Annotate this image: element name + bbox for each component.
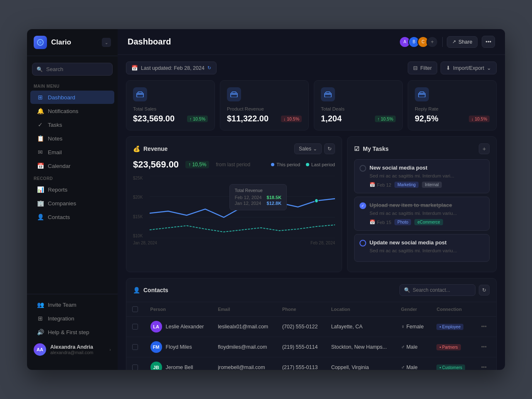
stat-label-0: Total Sales (133, 106, 208, 111)
contacts-table-wrap: Person Email Phone Location Gender Conne… (126, 302, 496, 370)
task-title-0: New social media post (369, 165, 484, 171)
stats-grid: Total Sales $23,569.00 ↑ 10.5% Product R… (126, 80, 497, 131)
stat-row-3: 92,5% ↓ 10.5% (415, 114, 490, 123)
gender-icon-1: ♂ (401, 344, 405, 350)
search-box[interactable]: 🔍 ⌘ K (32, 63, 113, 76)
stat-badge-0: ↑ 10.5% (187, 116, 208, 122)
tasks-check-icon: ☑ (354, 145, 360, 152)
chart-container: $25K $20K $15K $10K (133, 176, 335, 238)
contact-phone-1: (219) 555-0114 (276, 337, 325, 357)
contact-connection-2: • Customers (431, 357, 472, 370)
chart-legend: This period Last period (271, 162, 335, 167)
stat-row-0: $23,569.00 ↑ 10.5% (133, 114, 208, 123)
integration-icon: ⊞ (37, 315, 44, 322)
sidebar-logo: Clario ⌄ (27, 36, 118, 56)
th-email: Email (212, 302, 276, 317)
sidebar-item-contacts[interactable]: 👤 Contacts (30, 210, 114, 224)
chart-meta: $23,569.00 ↑ 10,5% from last period This… (133, 159, 335, 170)
contact-location-1: Stockton, New Hamps... (325, 337, 395, 357)
task-checkbox-0[interactable] (360, 165, 366, 172)
content-area: 📅 Last updated: Feb 28, 2024 ↻ ⊟ Filter … (118, 55, 505, 370)
avatar-add-button[interactable]: + (426, 36, 438, 48)
contact-connection-0: • Employee (431, 317, 472, 337)
add-task-button[interactable]: + (479, 143, 490, 154)
contact-name-2: Jerome Bell (166, 365, 193, 370)
chart-svg-area: Total Revenue Feb 12, 2024 $18.5K Jan 12… (150, 176, 335, 238)
stat-label-1: Product Revenue (227, 106, 302, 111)
row-more-button-1[interactable]: ••• (478, 343, 490, 351)
filter-button[interactable]: ⊟ Filter (408, 62, 437, 74)
sidebar-item-invite-team[interactable]: 👥 Invite Team (30, 298, 114, 311)
search-input[interactable] (46, 66, 116, 72)
task-item-2: Update new social media post Sed mi ac a… (354, 234, 490, 262)
contact-gender-0: ♀ Female (395, 317, 431, 337)
sidebar-item-notes[interactable]: 📋 Notes (30, 132, 114, 145)
contacts-table: Person Email Phone Location Gender Conne… (126, 302, 496, 370)
contacts-card-header: 👤 Contacts 🔍 ↻ (126, 278, 496, 302)
row-more-button-0[interactable]: ••• (478, 323, 490, 331)
select-all-checkbox[interactable] (132, 306, 138, 312)
sidebar-item-integration[interactable]: ⊞ Integration (30, 312, 114, 325)
main-menu-label: Main Menu (27, 81, 118, 90)
svg-rect-9 (420, 92, 424, 94)
sidebar-item-notifications[interactable]: 🔔 Notifications (30, 104, 114, 118)
revenue-chart-actions: Sales ⌄ ↻ (294, 143, 335, 154)
sidebar-item-tasks[interactable]: ✓ Tasks (30, 118, 114, 131)
sidebar-item-reports[interactable]: 📊 Reports (30, 183, 114, 196)
row-checkbox-0[interactable] (132, 324, 138, 330)
sidebar-item-help[interactable]: 🔊 Help & First step (30, 325, 114, 339)
contacts-icon: 👤 (37, 214, 44, 220)
sidebar-collapse-button[interactable]: ⌄ (102, 38, 111, 47)
row-more-button-2[interactable]: ••• (478, 363, 490, 370)
chart-y-labels: $25K $20K $15K $10K (133, 176, 150, 238)
user-profile-row[interactable]: AA Alexandra Andria alexandra@mail.com › (27, 339, 118, 360)
sidebar-item-companies[interactable]: 🏢 Companies (30, 197, 114, 210)
stat-card-reply-rate: Reply Rate 92,5% ↓ 10.5% (408, 80, 497, 131)
contact-name-0: Leslie Alexander (166, 324, 204, 330)
date-label: Last updated: Feb 28, 2024 (141, 65, 204, 71)
email-icon: ✉ (37, 149, 44, 155)
stat-value-3: 92,5% (415, 114, 438, 123)
tasks-card-title: ☑ My Tasks (354, 145, 389, 152)
search-icon: 🔍 (37, 66, 43, 72)
stat-value-0: $23,569.00 (133, 114, 175, 123)
contact-email-0: lesliealx01@mail.com (212, 317, 276, 337)
import-export-button[interactable]: ⬇ Import/Export ⌄ (441, 62, 497, 74)
sidebar-item-calendar[interactable]: 📅 Calendar (30, 159, 114, 172)
chevron-down-icon: ⌄ (487, 65, 491, 71)
share-button[interactable]: ↗ Share (447, 36, 478, 48)
contact-email-1: floydmiles@mail.com (212, 337, 276, 357)
logo-icon (34, 36, 47, 49)
page-title: Dashboard (128, 37, 399, 47)
task-date-0: 📅 Feb 12 (369, 182, 391, 187)
stat-card-total-sales: Total Sales $23,569.00 ↑ 10.5% (126, 80, 215, 131)
top-bar-actions: A B C + ↗ Share ••• (399, 36, 495, 48)
sidebar-item-label: Contacts (48, 214, 70, 220)
more-options-button[interactable]: ••• (482, 36, 495, 48)
chart-x-labels: Jan 28, 2024 Feb 28, 2024 (133, 241, 335, 245)
task-item-1: ✓ Upload new item to marketplace Sed mi … (354, 197, 490, 231)
stat-icon-deals (321, 87, 335, 101)
row-checkbox-1[interactable] (132, 344, 138, 350)
main-nav: ⊞ Dashboard 🔔 Notifications ✓ Tasks 📋 No… (27, 90, 118, 173)
gender-icon-2: ♂ (401, 365, 405, 370)
revenue-chart-card: 💰 Revenue Sales ⌄ ↻ $23,569.00 (126, 136, 342, 272)
contact-person-1: FM Floyd Miles (150, 341, 207, 353)
revenue-refresh-button[interactable]: ↻ (324, 143, 335, 154)
stat-badge-3: ↓ 10.5% (469, 116, 490, 122)
contacts-refresh-button[interactable]: ↻ (479, 285, 490, 296)
sales-dropdown-button[interactable]: Sales ⌄ (294, 143, 322, 154)
task-checkbox-1[interactable]: ✓ (360, 202, 366, 209)
sidebar-item-dashboard[interactable]: ⊞ Dashboard (30, 91, 114, 104)
th-check (126, 302, 145, 317)
task-tag-ecommerce: eCommerce (414, 219, 443, 225)
date-pill[interactable]: 📅 Last updated: Feb 28, 2024 ↻ (126, 62, 217, 74)
contact-search-box[interactable]: 🔍 (399, 284, 475, 296)
sidebar-item-email[interactable]: ✉ Email (30, 145, 114, 159)
chart-change: ↑ 10,5% (185, 161, 209, 168)
tasks-card-header: ☑ My Tasks + (354, 143, 490, 154)
contact-search-input[interactable] (413, 287, 471, 293)
task-checkbox-2[interactable] (360, 240, 366, 246)
task-header-2: Update new social media post (360, 239, 484, 246)
row-checkbox-2[interactable] (132, 365, 138, 370)
